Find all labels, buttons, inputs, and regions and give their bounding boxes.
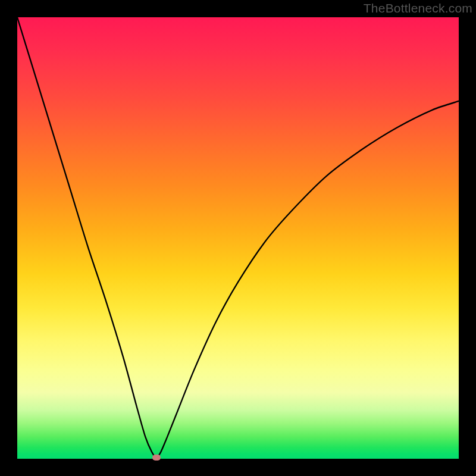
bottleneck-curve [17,17,459,459]
minimum-marker [152,455,161,461]
chart-frame: TheBottleneck.com [0,0,476,476]
watermark-text: TheBottleneck.com [364,1,472,15]
plot-area [17,17,459,459]
